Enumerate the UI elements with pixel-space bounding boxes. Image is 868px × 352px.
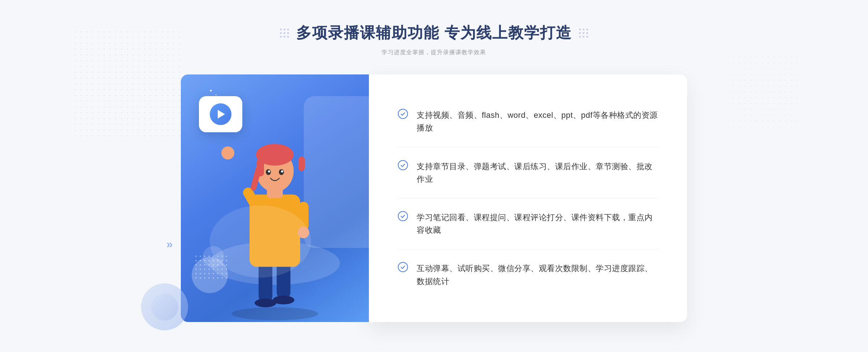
feature-text-2: 支持章节目录、弹题考试、课后练习、课后作业、章节测验、批改作业 xyxy=(417,160,658,185)
check-icon-4 xyxy=(398,262,408,272)
check-icon-2 xyxy=(398,160,408,170)
header-title-row: 多项录播课辅助功能 专为线上教学打造 xyxy=(280,23,588,43)
page-wrapper: 多项录播课辅助功能 专为线上教学打造 学习进度全掌握，提升录播课教学效果 ✦ xyxy=(0,0,868,352)
left-chevron-decoration: » xyxy=(166,237,173,251)
svg-point-8 xyxy=(221,147,234,160)
svg-point-19 xyxy=(268,171,270,173)
svg-point-5 xyxy=(273,296,294,305)
feature-text-3: 学习笔记回看、课程提问、课程评论打分、课件资料下载，重点内容收藏 xyxy=(417,211,658,236)
character-illustration xyxy=(181,74,369,322)
svg-rect-15 xyxy=(298,157,305,171)
main-content: ✦ ✦ xyxy=(181,74,687,322)
right-decorative-dots xyxy=(579,29,588,38)
feature-item-4: 互动弹幕、试听购买、微信分享、观看次数限制、学习进度跟踪、数据统计 xyxy=(398,249,658,300)
right-panel: 支持视频、音频、flash、word、excel、ppt、pdf等各种格式的资源… xyxy=(369,74,687,322)
feature-item-3: 学习笔记回看、课程提问、课程评论打分、课件资料下载，重点内容收藏 xyxy=(398,198,658,249)
feature-text-1: 支持视频、音频、flash、word、excel、ppt、pdf等各种格式的资源… xyxy=(417,109,658,134)
svg-point-21 xyxy=(210,206,311,278)
svg-point-1 xyxy=(231,308,318,321)
bottom-left-circle xyxy=(141,283,188,330)
page-title: 多项录播课辅助功能 专为线上教学打造 xyxy=(296,23,572,43)
feature-text-4: 互动弹幕、试听购买、微信分享、观看次数限制、学习进度跟踪、数据统计 xyxy=(417,262,658,287)
check-icon-1 xyxy=(398,109,408,119)
header-section: 多项录播课辅助功能 专为线上教学打造 学习进度全掌握，提升录播课教学效果 xyxy=(280,23,588,56)
check-icon-3 xyxy=(398,211,408,221)
feature-item-2: 支持章节目录、弹题考试、课后练习、课后作业、章节测验、批改作业 xyxy=(398,147,658,198)
page-subtitle: 学习进度全掌握，提升录播课教学效果 xyxy=(280,49,588,56)
left-panel: ✦ ✦ xyxy=(181,74,369,322)
left-decorative-dots xyxy=(280,29,289,38)
feature-item-1: 支持视频、音频、flash、word、excel、ppt、pdf等各种格式的资源… xyxy=(398,96,658,147)
svg-point-20 xyxy=(281,171,283,173)
